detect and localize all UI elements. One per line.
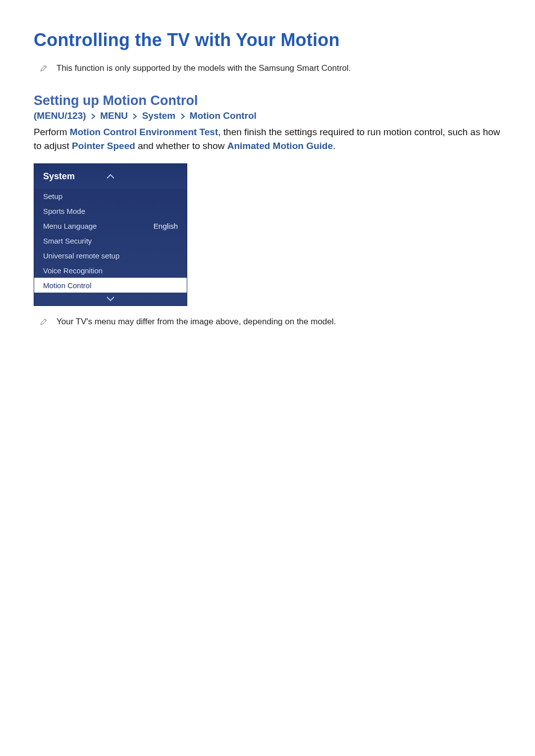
tv-menu-row-label: Sports Mode xyxy=(43,207,85,215)
body-text: and whether to show xyxy=(135,141,227,151)
tv-menu-row[interactable]: Setup xyxy=(34,189,187,203)
tv-menu-row[interactable]: Universal remote setup xyxy=(34,248,187,263)
tv-menu-row[interactable]: Motion Control xyxy=(34,278,187,293)
breadcrumb-system: System xyxy=(142,110,176,121)
tv-menu-row-label: Setup xyxy=(43,192,62,201)
body-text: . xyxy=(333,141,335,151)
breadcrumb-close-paren: ) xyxy=(83,110,86,121)
tv-menu-row-label: Motion Control xyxy=(43,281,92,290)
body-highlight-pointer-speed: Pointer Speed xyxy=(72,141,135,151)
page-title: Controlling the TV with Your Motion xyxy=(34,30,501,50)
tv-menu-header: System xyxy=(34,164,187,189)
tv-menu-row[interactable]: Voice Recognition xyxy=(34,263,187,278)
chevron-right-icon xyxy=(180,110,185,121)
tv-menu-footer xyxy=(34,293,187,305)
tv-menu-row[interactable]: Menu LanguageEnglish xyxy=(34,218,187,233)
tv-menu-row-label: Menu Language xyxy=(43,222,97,230)
breadcrumb-motion-control: Motion Control xyxy=(190,110,257,121)
chevron-right-icon xyxy=(132,110,137,121)
note-bottom: Your TV's menu may differ from the image… xyxy=(40,317,501,328)
tv-menu-title: System xyxy=(43,171,75,182)
body-highlight-env-test: Motion Control Environment Test xyxy=(70,127,218,137)
breadcrumb: (MENU/123) MENU System Motion Control xyxy=(34,110,501,121)
chevron-up-icon[interactable] xyxy=(106,172,115,181)
pencil-icon xyxy=(40,64,48,72)
body-paragraph: Perform Motion Control Environment Test,… xyxy=(34,125,501,152)
tv-menu-rows: SetupSports ModeMenu LanguageEnglishSmar… xyxy=(34,189,187,293)
note-top: This function is only supported by the m… xyxy=(40,63,501,73)
tv-menu-row-label: Voice Recognition xyxy=(43,266,103,275)
chevron-down-icon[interactable] xyxy=(106,295,115,303)
breadcrumb-menu: MENU xyxy=(100,110,128,121)
tv-menu-row-value: English xyxy=(154,222,178,230)
body-text: Perform xyxy=(34,127,70,137)
body-highlight-animated-guide: Animated Motion Guide xyxy=(227,141,333,151)
section-title: Setting up Motion Control xyxy=(34,93,501,108)
pencil-icon xyxy=(40,318,48,328)
tv-system-menu: System SetupSports ModeMenu LanguageEngl… xyxy=(34,163,187,306)
tv-menu-row[interactable]: Smart Security xyxy=(34,233,187,248)
tv-menu-row[interactable]: Sports Mode xyxy=(34,203,187,218)
tv-menu-row-label: Smart Security xyxy=(43,237,92,245)
breadcrumb-menu123: MENU/123 xyxy=(37,110,83,121)
tv-menu-row-label: Universal remote setup xyxy=(43,252,119,260)
page-container: Controlling the TV with Your Motion This… xyxy=(0,0,535,756)
note-bottom-text: Your TV's menu may differ from the image… xyxy=(56,317,336,327)
chevron-right-icon xyxy=(91,110,96,121)
note-top-text: This function is only supported by the m… xyxy=(56,63,351,73)
